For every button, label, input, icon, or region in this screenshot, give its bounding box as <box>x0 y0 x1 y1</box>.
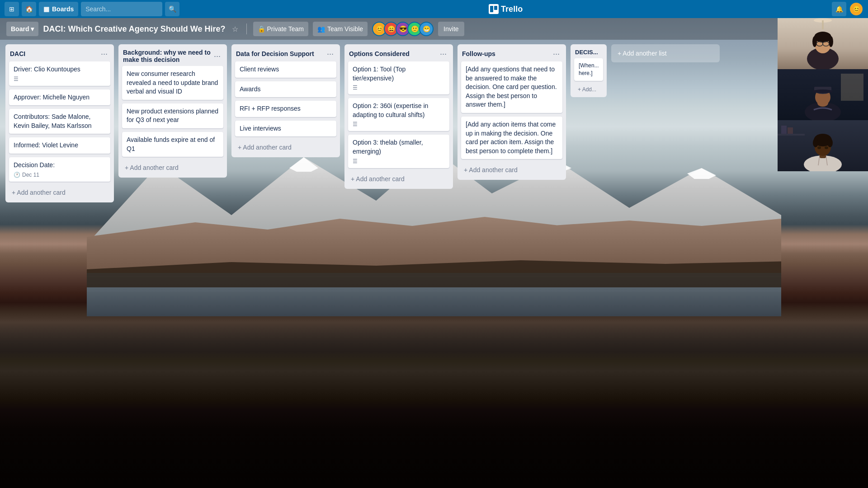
card-approver[interactable]: Approver: Michelle Nguyen ✏ <box>9 89 110 106</box>
list-daci-cards: Driver: Clio Kountoupes ☰ ✏ Approver: Mi… <box>5 61 114 185</box>
card-decision-placeholder[interactable]: [When... here.] <box>574 58 603 81</box>
board-dropdown-icon: ▾ <box>31 25 34 33</box>
notifications-button[interactable]: 🔔 <box>832 2 846 16</box>
list-options-cards: Option 1: Tool (Top tier/expensive) ☰ ✏ … <box>344 61 453 172</box>
list-options-add-card-button[interactable]: + Add another card <box>346 172 451 186</box>
clock-icon: 🕐 <box>14 172 20 178</box>
card-live-interviews[interactable]: Live interviews ✏ <box>235 121 336 137</box>
video-person-2 <box>778 69 868 120</box>
topbar: ⊞ 🏠 ▦ Boards 🔍 Trello 🔔 😊 <box>0 0 868 18</box>
card-option-2-icon: ☰ <box>353 121 445 127</box>
star-button[interactable]: ☆ <box>230 23 240 35</box>
add-list-button[interactable]: + Add another list <box>611 44 720 62</box>
card-live-interviews-text: Live interviews <box>240 124 332 133</box>
card-followup-questions[interactable]: [Add any questions that need to be answe… <box>461 61 562 113</box>
team-visible-label: Team Visible <box>327 25 363 33</box>
list-data-cards: Client reviews ✏ Awards ✏ RFI + RFP resp… <box>231 61 340 140</box>
card-followup-actions[interactable]: [Add any action items that come up in ma… <box>461 117 562 159</box>
list-background: Background: why we need to make this dec… <box>118 44 227 178</box>
card-decision-placeholder-text: [When... here.] <box>579 62 599 77</box>
boards-icon: ▦ <box>43 5 49 13</box>
video-person-1 <box>778 18 868 69</box>
list-background-menu-button[interactable]: ··· <box>212 51 222 61</box>
trello-wordmark: Trello <box>501 5 523 14</box>
board-header: Board ▾ DACI: Which Creative Agency Shou… <box>0 18 868 40</box>
list-daci-add-card-button[interactable]: + Add another card <box>7 185 112 200</box>
list-decision-partial: DECIS... [When... here.] + Add... <box>571 44 607 97</box>
card-decision-date[interactable]: Decision Date: 🕐 Dec 11 ✏ <box>9 157 110 182</box>
topbar-right: 🔔 😊 <box>832 2 863 16</box>
list-background-add-card-button[interactable]: + Add another card <box>120 160 225 175</box>
card-driver-icon: ☰ <box>14 76 106 82</box>
home-button[interactable]: 🏠 <box>22 2 36 16</box>
svg-rect-23 <box>841 74 863 101</box>
list-followups-menu-button[interactable]: ··· <box>551 49 561 59</box>
date-badge: 🕐 Dec 11 <box>14 172 106 178</box>
video-person-3 <box>778 120 868 171</box>
member-avatars: 😊 😄 😎 🙂 😁 <box>375 22 434 36</box>
svg-point-41 <box>827 138 833 147</box>
team-visible-button[interactable]: 👥 Team Visible <box>313 22 368 36</box>
board-content: DACI ··· Driver: Clio Kountoupes ☰ ✏ App… <box>0 40 868 488</box>
list-options-title: Options Considered <box>349 50 438 57</box>
card-product-extensions-text: New product extensions planned for Q3 of… <box>127 107 219 125</box>
date-value: Dec 11 <box>22 172 39 178</box>
card-decision-date-label: Decision Date: <box>14 161 106 170</box>
list-data-menu-button[interactable]: ··· <box>325 49 335 59</box>
card-product-extensions[interactable]: New product extensions planned for Q3 of… <box>122 103 223 128</box>
svg-point-40 <box>813 138 818 147</box>
list-options-menu-button[interactable]: ··· <box>438 49 448 59</box>
avatar-5[interactable]: 😁 <box>419 22 434 36</box>
list-data-add-card-button[interactable]: + Add another card <box>233 140 338 155</box>
trello-logo-icon <box>489 4 499 14</box>
list-decision-add-card-button[interactable]: + Add... <box>576 84 601 94</box>
search-icon-button[interactable]: 🔍 <box>165 2 179 16</box>
card-informed[interactable]: Informed: Violet Levine ✏ <box>9 137 110 154</box>
list-followups-cards: [Add any questions that need to be answe… <box>458 61 566 163</box>
svg-point-17 <box>812 36 817 47</box>
card-option-1-icon: ☰ <box>353 84 445 91</box>
search-input[interactable] <box>81 2 162 16</box>
divider-1 <box>246 23 247 34</box>
list-followups-header: Follow-ups ··· <box>458 44 566 61</box>
card-contributors[interactable]: Contributors: Sade Malone, Kevin Bailey,… <box>9 109 110 134</box>
svg-rect-31 <box>778 134 805 136</box>
card-available-funds-text: Available funds expire at end of Q1 <box>127 136 219 153</box>
list-followups: Follow-ups ··· [Add any questions that n… <box>458 44 566 180</box>
topbar-center: Trello <box>182 4 829 14</box>
list-daci-menu-button[interactable]: ··· <box>99 49 109 59</box>
board-title: DACI: Which Creative Agency Should We Hi… <box>43 24 225 34</box>
card-available-funds[interactable]: Available funds expire at end of Q1 ✏ <box>122 132 223 157</box>
card-consumer-research[interactable]: New consumer research revealed a need to… <box>122 66 223 100</box>
card-option-3[interactable]: Option 3: thelab (smaller, emerging) ☰ ✏ <box>348 135 449 168</box>
list-data-header: Data for Decision Support ··· <box>231 44 340 61</box>
user-avatar[interactable]: 😊 <box>849 2 863 16</box>
svg-rect-33 <box>788 127 793 134</box>
card-awards-text: Awards <box>240 85 332 94</box>
grid-icon-button[interactable]: ⊞ <box>5 2 19 16</box>
boards-button[interactable]: ▦ Boards <box>39 2 78 16</box>
card-driver-text: Driver: Clio Kountoupes <box>14 65 106 74</box>
card-approver-text: Approver: Michelle Nguyen <box>14 93 106 102</box>
card-driver[interactable]: Driver: Clio Kountoupes ☰ ✏ <box>9 61 110 86</box>
board-menu-button[interactable]: Board ▾ <box>6 22 38 36</box>
card-rfi-rfp[interactable]: RFI + RFP responses ✏ <box>235 101 336 117</box>
card-client-reviews[interactable]: Client reviews ✏ <box>235 61 336 78</box>
topbar-left: ⊞ 🏠 ▦ Boards 🔍 <box>5 2 179 16</box>
list-background-header: Background: why we need to make this dec… <box>118 44 227 66</box>
board-menu-label: Board <box>11 25 29 33</box>
card-awards[interactable]: Awards ✏ <box>235 81 336 98</box>
card-option-2[interactable]: Option 2: 360i (expertise in adapting to… <box>348 98 449 131</box>
list-background-title: Background: why we need to make this dec… <box>123 49 212 63</box>
svg-point-18 <box>829 36 833 47</box>
card-option-1[interactable]: Option 1: Tool (Top tier/expensive) ☰ ✏ <box>348 61 449 94</box>
list-options: Options Considered ··· Option 1: Tool (T… <box>344 44 453 189</box>
card-followup-actions-text: [Add any action items that come up in ma… <box>466 120 558 155</box>
list-followups-add-card-button[interactable]: + Add another card <box>459 163 564 177</box>
card-option-1-text: Option 1: Tool (Top tier/expensive) <box>353 65 445 83</box>
list-background-cards: New consumer research revealed a need to… <box>118 66 227 160</box>
trello-logo: Trello <box>489 4 523 14</box>
list-daci-title: DACI <box>10 50 99 57</box>
private-team-button[interactable]: 🔒 Private Team <box>253 22 308 36</box>
invite-button[interactable]: Invite <box>438 22 464 36</box>
